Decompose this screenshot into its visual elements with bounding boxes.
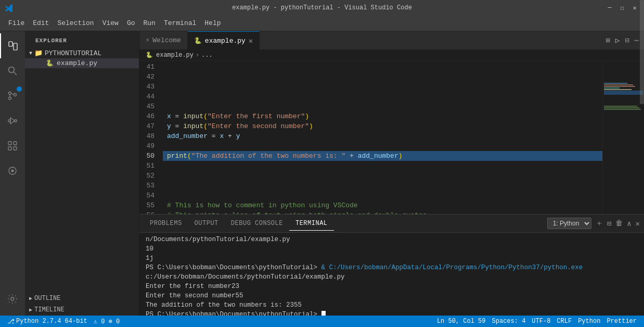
title-bar: example.py - pythonTutorial - Visual Stu…	[0, 0, 644, 16]
status-formatter[interactable]: Prettier	[603, 316, 640, 327]
menu-help[interactable]: Help	[200, 17, 225, 29]
tab-welcome[interactable]: ⚡ Welcome	[139, 31, 188, 49]
minimize-btn[interactable]: —	[606, 4, 614, 12]
code-content[interactable]: x = input("Enter the first number") y = …	[163, 61, 602, 214]
activity-explorer[interactable]	[0, 33, 25, 58]
sidebar-file-example-py[interactable]: 🐍 example.py	[25, 58, 139, 68]
tab-welcome-label: Welcome	[152, 36, 181, 44]
code-line-54	[163, 191, 602, 200]
panel-tab-debug[interactable]: DEBUG CONSOLE	[225, 217, 289, 230]
panel-close-btn[interactable]: ✕	[636, 219, 640, 228]
status-spaces[interactable]: Spaces: 4	[489, 316, 529, 327]
panel-tab-output[interactable]: OUTPUT	[188, 217, 225, 230]
breadcrumb-path[interactable]: ...	[201, 52, 213, 59]
svg-rect-10	[15, 120, 17, 122]
menu-run[interactable]: Run	[139, 17, 159, 29]
svg-point-6	[14, 94, 17, 96]
source-control-badge	[17, 86, 22, 92]
editor-with-minimap: 41 42 43 44 45 46 47 48 49 50 51 52 53 5…	[139, 61, 644, 214]
terminal-prompt-2: PS C:\Users\bobman\Documents\pythonTutor…	[146, 311, 321, 316]
sidebar-outline[interactable]: ▶ OUTLINE	[25, 293, 139, 304]
sidebar-file-label: example.py	[57, 59, 97, 67]
split-editor-btn[interactable]: ⊞	[604, 35, 611, 46]
kill-terminal-btn[interactable]: 🗑	[615, 219, 623, 228]
ln-53: 53	[139, 181, 159, 191]
title-bar-controls[interactable]: — ☐ ✕	[606, 4, 639, 12]
folder-arrow-icon: ▼	[29, 51, 32, 56]
terminal-content[interactable]: n/Documents/pythonTutorial/example.py 10…	[139, 233, 644, 316]
code-editor[interactable]: 41 42 43 44 45 46 47 48 49 50 51 52 53 5…	[139, 61, 602, 214]
tab-example-py[interactable]: 🐍 example.py ✕	[188, 31, 260, 49]
terminal-selector[interactable]: 1: Python	[547, 218, 591, 229]
activity-settings[interactable]	[0, 286, 25, 311]
svg-rect-0	[9, 42, 12, 46]
menu-go[interactable]: Go	[123, 17, 139, 29]
status-errors[interactable]: ⚠ 0 ⊗ 0	[91, 316, 123, 327]
code-line-45	[163, 102, 602, 111]
breadcrumb-filename[interactable]: example.py	[156, 52, 194, 59]
terminal-python-link[interactable]: & C:/Users/bobman/AppData/Local/Programs…	[321, 264, 583, 271]
ln-55: 55	[139, 200, 159, 210]
new-terminal-btn[interactable]: ＋	[596, 219, 603, 228]
code-line-49	[163, 141, 602, 151]
panel-tab-terminal[interactable]: TERMINAL	[289, 217, 334, 231]
svg-point-16	[11, 170, 14, 172]
tab-actions: ⊞ ▷ ⊟ ⋯	[604, 31, 644, 49]
menu-view[interactable]: View	[98, 17, 123, 29]
minimap-content	[603, 61, 644, 111]
panel-tab-problems[interactable]: PROBLEMS	[144, 217, 188, 230]
ln-48: 48	[139, 131, 159, 141]
line-numbers: 41 42 43 44 45 46 47 48 49 50 51 52 53 5…	[139, 61, 163, 214]
activity-search[interactable]	[0, 58, 25, 83]
activity-source-control[interactable]	[0, 83, 25, 108]
layout-btn[interactable]: ⊟	[624, 35, 630, 46]
code-token: )	[305, 112, 309, 120]
ln-43: 43	[139, 82, 159, 92]
run-file-btn[interactable]: ▷	[614, 35, 621, 46]
status-errors-label: ⚠ 0 ⊗ 0	[94, 318, 120, 325]
activity-debug[interactable]	[0, 108, 25, 133]
split-terminal-btn[interactable]: ⊟	[607, 219, 611, 228]
svg-point-2	[9, 67, 15, 73]
status-position[interactable]: Ln 50, Col 59	[434, 316, 489, 327]
menu-file[interactable]: File	[4, 17, 29, 29]
code-line-48: add_number = x + y	[163, 131, 602, 141]
tab-close-btn[interactable]: ✕	[249, 36, 253, 45]
menu-edit[interactable]: Edit	[29, 17, 53, 29]
status-encoding[interactable]: UTF-8	[529, 316, 553, 327]
ln-50: 50	[139, 151, 159, 161]
ln-52: 52	[139, 171, 159, 181]
maximize-btn[interactable]: ☐	[618, 4, 626, 12]
status-branch[interactable]: ⎇ Python 2.7.4 64-bit	[4, 316, 91, 327]
activity-remote[interactable]	[0, 158, 25, 183]
menu-terminal[interactable]: Terminal	[160, 17, 200, 29]
sidebar-folder-label: PYTHONTUTORIAL	[45, 49, 101, 57]
sidebar-timeline[interactable]: ▶ TIMELINE	[25, 304, 139, 316]
folder-icon: 📁	[34, 49, 43, 57]
breadcrumb-sep: ›	[196, 52, 199, 59]
code-token: "Enter the first number"	[208, 112, 305, 120]
more-actions-btn[interactable]: ⋯	[634, 35, 640, 46]
panel-maximize-btn[interactable]: ∧	[627, 219, 631, 228]
terminal-line-8: PS C:\Users\bobman\Documents\pythonTutor…	[146, 310, 638, 316]
status-bar: ⎇ Python 2.7.4 64-bit ⚠ 0 ⊗ 0 Ln 50, Col…	[0, 316, 644, 327]
svg-line-3	[14, 72, 17, 76]
sidebar-folder-pythontutorial[interactable]: ▼ 📁 PYTHONTUTORIAL	[25, 48, 139, 58]
code-line-44	[163, 92, 602, 102]
sidebar: EXPLORER ▼ 📁 PYTHONTUTORIAL 🐍 example.py…	[25, 31, 139, 316]
code-line-56: # This prints a line of text using both …	[163, 210, 602, 214]
svg-point-4	[9, 97, 11, 100]
code-token: "The addition of the two numbers is: "	[191, 152, 345, 160]
status-right: Ln 50, Col 59 Spaces: 4 UTF-8 CRLF Pytho…	[434, 316, 640, 327]
code-token: y	[167, 122, 171, 130]
status-language[interactable]: Python	[575, 316, 603, 327]
status-eol[interactable]: CRLF	[553, 316, 575, 327]
menu-selection[interactable]: Selection	[53, 17, 98, 29]
code-line-47: y = input("Enter the second number")	[163, 121, 602, 131]
code-line-53	[163, 181, 602, 191]
ln-49: 49	[139, 141, 159, 151]
debug-icon	[7, 115, 18, 127]
ln-54: 54	[139, 191, 159, 200]
activity-extensions[interactable]	[0, 133, 25, 158]
close-btn[interactable]: ✕	[630, 4, 639, 12]
